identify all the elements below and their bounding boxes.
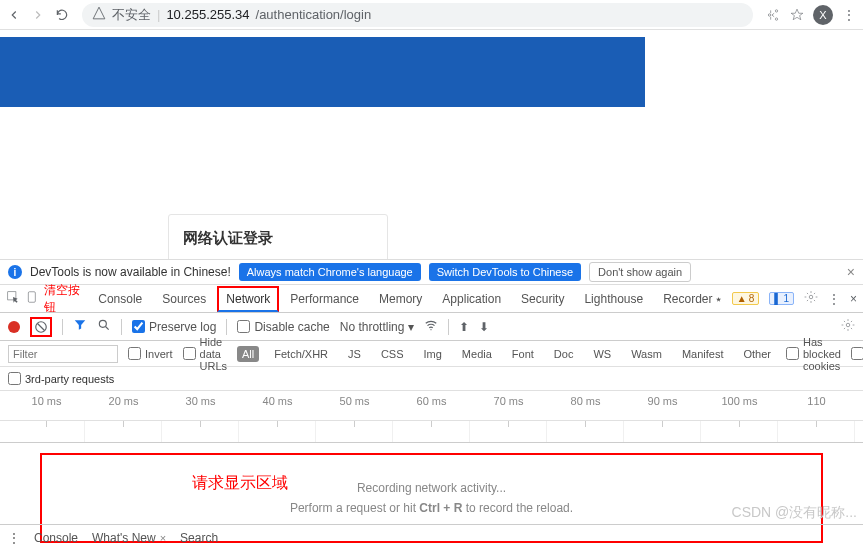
svg-rect-2 [28,292,35,303]
search-icon[interactable] [97,318,111,335]
address-bar[interactable]: 不安全 | 10.255.255.34/authentication/login [82,3,753,27]
match-language-button[interactable]: Always match Chrome's language [239,263,421,281]
throttling-select[interactable]: No throttling ▾ [340,320,414,334]
recording-message: Recording network activity... [357,481,506,495]
annotation-clear: 清空按钮 [44,282,85,316]
more-icon[interactable]: ⋮ [828,292,840,306]
export-icon[interactable]: ⬇ [479,320,489,334]
reload-button[interactable] [54,7,70,23]
svg-point-6 [430,329,431,330]
filter-type-css[interactable]: CSS [376,346,409,362]
drawer-tab-search[interactable]: Search [180,531,218,545]
tab-application[interactable]: Application [433,286,510,312]
filter-type-media[interactable]: Media [457,346,497,362]
svg-point-5 [99,320,106,327]
devtools-infobar: i DevTools is now available in Chinese! … [0,259,863,285]
back-button[interactable] [6,7,22,23]
network-toolbar: Preserve log Disable cache No throttling… [0,313,863,341]
inspect-icon[interactable] [6,290,20,307]
tab-console[interactable]: Console [89,286,151,312]
menu-icon[interactable]: ⋮ [841,7,857,23]
third-party-checkbox[interactable]: 3rd-party requests [8,372,114,385]
reload-hint: Perform a request or hit Ctrl + R to rec… [290,501,573,515]
filter-icon[interactable] [73,318,87,335]
url-path: /authentication/login [256,7,372,22]
page-banner [0,37,645,107]
warnings-badge[interactable]: ▲ 8 [732,292,759,305]
tab-memory[interactable]: Memory [370,286,431,312]
drawer-menu-icon[interactable]: ⋮ [8,531,20,545]
timeline-overview[interactable] [0,421,863,443]
infobar-text: DevTools is now available in Chinese! [30,265,231,279]
record-button[interactable] [8,321,20,333]
bookmark-icon[interactable] [789,7,805,23]
security-label: 不安全 [112,6,151,24]
invert-checkbox[interactable]: Invert [128,347,173,360]
share-icon[interactable] [765,7,781,23]
blocked-requests-checkbox[interactable]: Blocked Requests [851,342,863,366]
tab-lighthouse[interactable]: Lighthouse [575,286,652,312]
svg-point-3 [809,295,813,299]
filter-type-manifest[interactable]: Manifest [677,346,729,362]
filter-type-other[interactable]: Other [738,346,776,362]
switch-chinese-button[interactable]: Switch DevTools to Chinese [429,263,581,281]
disable-cache-checkbox[interactable]: Disable cache [237,320,329,334]
network-settings-icon[interactable] [841,318,855,335]
svg-point-7 [846,323,850,327]
filter-type-all[interactable]: All [237,346,259,362]
filter-bar: Invert Hide data URLs All Fetch/XHR JS C… [0,341,863,367]
filter-input[interactable] [8,345,118,363]
login-card: 网络认证登录 用户名 [168,214,388,259]
wifi-icon[interactable] [424,318,438,335]
annotation-request-area: 请求显示区域 [192,473,288,494]
watermark: CSDN @没有昵称... [732,504,857,522]
devtools-close-icon[interactable]: × [850,292,857,306]
filter-type-ws[interactable]: WS [588,346,616,362]
issues-badge[interactable]: ▌1 [769,292,794,305]
info-icon: i [8,265,22,279]
hide-data-urls-checkbox[interactable]: Hide data URLs [183,336,228,372]
infobar-close-icon[interactable]: × [847,264,855,280]
tab-sources[interactable]: Sources [153,286,215,312]
tab-security[interactable]: Security [512,286,573,312]
page-viewport: 网络认证登录 用户名 [0,30,863,259]
settings-icon[interactable] [804,290,818,307]
insecure-icon [92,6,106,23]
url-host: 10.255.255.34 [166,7,249,22]
drawer-tab-console[interactable]: Console [34,531,78,545]
filter-type-doc[interactable]: Doc [549,346,579,362]
profile-avatar[interactable]: X [813,5,833,25]
blocked-cookies-checkbox[interactable]: Has blocked cookies [786,336,841,372]
device-icon[interactable] [26,290,40,307]
preserve-log-checkbox[interactable]: Preserve log [132,320,216,334]
close-icon[interactable]: × [160,532,166,544]
clear-button[interactable] [30,317,52,337]
tab-network[interactable]: Network [217,286,279,312]
tab-recorder[interactable]: Recorder ⭑ [654,286,730,312]
dont-show-button[interactable]: Don't show again [589,262,691,282]
devtools-tab-bar: 清空按钮 Console Sources Network Performance… [0,285,863,313]
filter-type-wasm[interactable]: Wasm [626,346,667,362]
timeline-ruler: 10 ms 20 ms 30 ms 40 ms 50 ms 60 ms 70 m… [0,391,863,421]
filter-type-img[interactable]: Img [419,346,447,362]
forward-button [30,7,46,23]
devtools-drawer: ⋮ Console What's New × Search [0,524,863,550]
import-icon[interactable]: ⬆ [459,320,469,334]
filter-type-js[interactable]: JS [343,346,366,362]
drawer-tab-whatsnew[interactable]: What's New × [92,531,166,545]
filter-type-fetch[interactable]: Fetch/XHR [269,346,333,362]
login-title: 网络认证登录 [183,229,373,248]
tab-performance[interactable]: Performance [281,286,368,312]
filter-type-font[interactable]: Font [507,346,539,362]
